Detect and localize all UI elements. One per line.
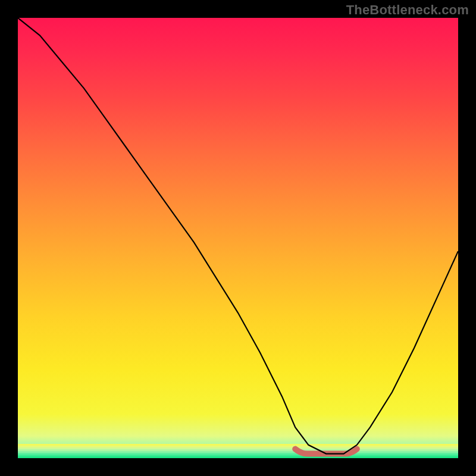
plot-area <box>18 18 458 458</box>
chart-frame: TheBottleneck.com <box>0 0 476 476</box>
bottleneck-line <box>18 18 458 454</box>
curve-svg <box>18 18 458 458</box>
watermark-text: TheBottleneck.com <box>346 2 469 18</box>
